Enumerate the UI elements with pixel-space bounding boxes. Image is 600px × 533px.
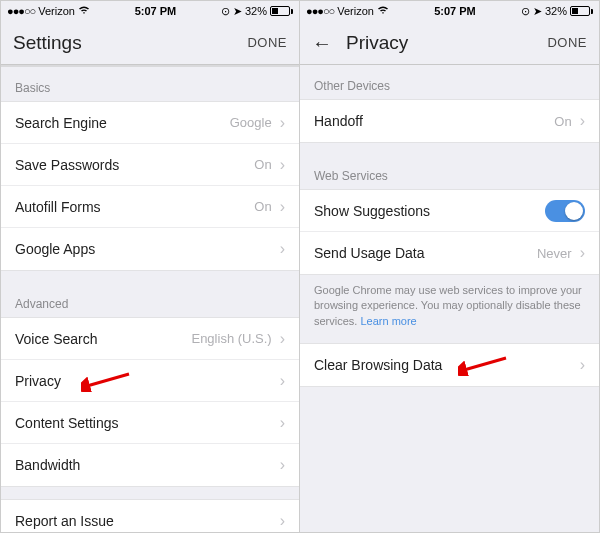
toggle-on-icon[interactable] (545, 200, 585, 222)
chevron-right-icon: › (580, 112, 585, 130)
settings-screen: ●●●○○ Verizon 5:07 PM ⊙ ➤ 32% Settings D… (1, 1, 300, 532)
row-label: Save Passwords (15, 157, 254, 173)
wifi-icon (78, 5, 90, 17)
carrier-label: Verizon (337, 5, 374, 17)
chevron-right-icon: › (580, 244, 585, 262)
row-label: Google Apps (15, 241, 280, 257)
battery-icon (270, 6, 293, 16)
done-button[interactable]: DONE (547, 35, 587, 50)
chevron-right-icon: › (280, 456, 285, 474)
row-label: Show Suggestions (314, 203, 545, 219)
chevron-right-icon: › (280, 198, 285, 216)
row-value: Never (537, 246, 572, 261)
privacy-header: ← Privacy DONE (300, 21, 599, 65)
location-icon: ➤ (233, 5, 242, 18)
status-bar: ●●●○○ Verizon 5:07 PM ⊙ ➤ 32% (1, 1, 299, 21)
status-bar: ●●●○○ Verizon 5:07 PM ⊙ ➤ 32% (300, 1, 599, 21)
chevron-right-icon: › (580, 356, 585, 374)
row-send-usage-data[interactable]: Send Usage Data Never › (300, 232, 599, 274)
row-value: On (554, 114, 571, 129)
row-google-apps[interactable]: Google Apps › (1, 228, 299, 270)
row-bandwidth[interactable]: Bandwidth › (1, 444, 299, 486)
privacy-content: Other Devices Handoff On › Web Services … (300, 65, 599, 532)
signal-icon: ●●●○○ (306, 5, 334, 17)
row-label: Privacy (15, 373, 280, 389)
alarm-icon: ⊙ (521, 5, 530, 18)
row-content-settings[interactable]: Content Settings › (1, 402, 299, 444)
row-show-suggestions[interactable]: Show Suggestions (300, 190, 599, 232)
chevron-right-icon: › (280, 330, 285, 348)
carrier-label: Verizon (38, 5, 75, 17)
row-clear-browsing-data[interactable]: Clear Browsing Data › (300, 344, 599, 386)
chevron-right-icon: › (280, 114, 285, 132)
row-label: Clear Browsing Data (314, 357, 580, 373)
row-value: English (U.S.) (191, 331, 271, 346)
back-button[interactable]: ← (312, 33, 332, 53)
row-value: Google (230, 115, 272, 130)
chevron-right-icon: › (280, 512, 285, 530)
section-header-web-services: Web Services (300, 155, 599, 189)
location-icon: ➤ (533, 5, 542, 18)
row-handoff[interactable]: Handoff On › (300, 100, 599, 142)
alarm-icon: ⊙ (221, 5, 230, 18)
section-header-basics: Basics (1, 67, 299, 101)
wifi-icon (377, 5, 389, 17)
privacy-screen: ●●●○○ Verizon 5:07 PM ⊙ ➤ 32% ← Privacy … (300, 1, 599, 532)
web-services-footnote: Google Chrome may use web services to im… (300, 275, 599, 343)
signal-icon: ●●●○○ (7, 5, 35, 17)
time-label: 5:07 PM (434, 5, 476, 17)
foot-group: Report an Issue › Google Chrome › (1, 499, 299, 532)
time-label: 5:07 PM (135, 5, 177, 17)
row-label: Autofill Forms (15, 199, 254, 215)
chevron-right-icon: › (280, 240, 285, 258)
battery-icon (570, 6, 593, 16)
section-header-other-devices: Other Devices (300, 65, 599, 99)
chevron-right-icon: › (280, 414, 285, 432)
web-services-group: Show Suggestions Send Usage Data Never › (300, 189, 599, 275)
done-button[interactable]: DONE (247, 35, 287, 50)
row-value: On (254, 157, 271, 172)
row-report-issue[interactable]: Report an Issue › (1, 500, 299, 532)
other-devices-group: Handoff On › (300, 99, 599, 143)
learn-more-link[interactable]: Learn more (360, 315, 416, 327)
settings-header: Settings DONE (1, 21, 299, 65)
battery-pct: 32% (245, 5, 267, 17)
clear-group: Clear Browsing Data › (300, 343, 599, 387)
battery-pct: 32% (545, 5, 567, 17)
row-label: Send Usage Data (314, 245, 537, 261)
basics-group: Search Engine Google › Save Passwords On… (1, 101, 299, 271)
row-autofill-forms[interactable]: Autofill Forms On › (1, 186, 299, 228)
page-title: Settings (13, 32, 82, 54)
advanced-group: Voice Search English (U.S.) › Privacy › … (1, 317, 299, 487)
row-label: Report an Issue (15, 513, 280, 529)
row-label: Content Settings (15, 415, 280, 431)
row-save-passwords[interactable]: Save Passwords On › (1, 144, 299, 186)
section-header-advanced: Advanced (1, 283, 299, 317)
row-label: Handoff (314, 113, 554, 129)
row-voice-search[interactable]: Voice Search English (U.S.) › (1, 318, 299, 360)
row-label: Search Engine (15, 115, 230, 131)
row-search-engine[interactable]: Search Engine Google › (1, 102, 299, 144)
page-title: Privacy (346, 32, 408, 54)
row-label: Bandwidth (15, 457, 280, 473)
chevron-right-icon: › (280, 156, 285, 174)
settings-content: Basics Search Engine Google › Save Passw… (1, 65, 299, 532)
chevron-right-icon: › (280, 372, 285, 390)
row-label: Voice Search (15, 331, 191, 347)
row-value: On (254, 199, 271, 214)
footnote-text: Google Chrome may use web services to im… (314, 284, 582, 327)
row-privacy[interactable]: Privacy › (1, 360, 299, 402)
